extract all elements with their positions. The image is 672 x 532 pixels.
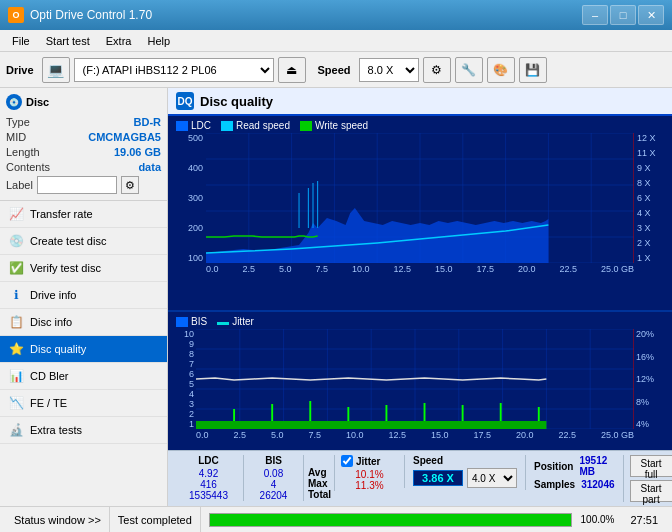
start-part-button[interactable]: Start part	[630, 480, 672, 502]
sidebar-label-fe-te: FE / TE	[30, 397, 67, 409]
read-speed-legend-color	[221, 121, 233, 131]
legend-bis-label: BIS	[191, 316, 207, 327]
progress-container: 100.0%	[201, 513, 623, 527]
lower-chart-container: BIS Jitter 10 9 8 7 6 5 4 3 2	[168, 310, 672, 450]
close-button[interactable]: ✕	[638, 5, 664, 25]
sidebar-label-verify-test-disc: Verify test disc	[30, 262, 101, 274]
legend-ldc-label: LDC	[191, 120, 211, 131]
sidebar: 💿 Disc Type BD-R MID CMCMAGBA5 Length 19…	[0, 88, 168, 506]
disc-contents-row: Contents data	[6, 161, 161, 173]
drive-select[interactable]: (F:) ATAPI iHBS112 2 PL06	[74, 58, 274, 82]
y-label-500: 500	[188, 133, 203, 143]
stats-avg-label: Avg	[308, 467, 330, 478]
disc-length-row: Length 19.06 GB	[6, 146, 161, 158]
menu-start-test[interactable]: Start test	[38, 33, 98, 49]
sidebar-item-transfer-rate[interactable]: 📈 Transfer rate	[0, 201, 167, 228]
yr-8x: 8 X	[637, 178, 651, 188]
speed-display: 3.86 X	[413, 470, 463, 486]
jitter-legend-color	[217, 322, 229, 325]
disc-label-row: Label ⚙	[6, 176, 161, 194]
minimize-button[interactable]: –	[582, 5, 608, 25]
sidebar-label-disc-quality: Disc quality	[30, 343, 86, 355]
sidebar-item-drive-info[interactable]: ℹ Drive info	[0, 282, 167, 309]
y-label-400: 400	[188, 163, 203, 173]
stats-speed-row: 3.86 X 4.0 X	[413, 468, 517, 488]
menu-bar: File Start test Extra Help	[0, 30, 672, 52]
main-area: 💿 Disc Type BD-R MID CMCMAGBA5 Length 19…	[0, 88, 672, 506]
maximize-button[interactable]: □	[610, 5, 636, 25]
legend-write-speed-label: Write speed	[315, 120, 368, 131]
legend-write-speed: Write speed	[300, 120, 368, 131]
eject-button[interactable]: ⏏	[278, 57, 306, 83]
disc-type-label: Type	[6, 116, 30, 128]
stats-buttons-section: Start full Start part	[623, 455, 672, 502]
sidebar-item-disc-quality[interactable]: ⭐ Disc quality	[0, 336, 167, 363]
disc-panel-header: 💿 Disc	[6, 94, 161, 110]
status-window-button[interactable]: Status window >>	[6, 507, 110, 532]
yr-1x: 1 X	[637, 253, 651, 263]
sidebar-item-fe-te[interactable]: 📉 FE / TE	[0, 390, 167, 417]
stats-ldc-max: 416	[180, 479, 237, 490]
stats-jitter-col: Jitter 10.1% 11.3%	[334, 455, 404, 491]
sidebar-item-extra-tests[interactable]: 🔬 Extra tests	[0, 417, 167, 444]
sidebar-item-disc-info[interactable]: 📋 Disc info	[0, 309, 167, 336]
stats-total-label: Total	[308, 489, 330, 500]
y-label-100: 100	[188, 253, 203, 263]
disc-mid-row: MID CMCMAGBA5	[6, 131, 161, 143]
settings-btn2[interactable]: 🔧	[455, 57, 483, 83]
stats-bis-total: 26204	[250, 490, 297, 501]
bis-legend-color	[176, 317, 188, 327]
stats-position-section: Position 19512 MB Samples 312046	[525, 455, 623, 490]
stats-bis-col: BIS 0.08 4 26204	[244, 455, 304, 501]
legend-ldc: LDC	[176, 120, 211, 131]
yr-11x: 11 X	[637, 148, 656, 158]
stats-ldc-col: LDC 4.92 416 1535443	[174, 455, 244, 501]
sidebar-item-cd-bler[interactable]: 📊 CD Bler	[0, 363, 167, 390]
menu-extra[interactable]: Extra	[98, 33, 140, 49]
upper-chart-svg	[206, 133, 634, 263]
disc-label-input[interactable]	[37, 176, 117, 194]
disc-quality-icon: ⭐	[8, 341, 24, 357]
settings-btn1[interactable]: ⚙	[423, 57, 451, 83]
stats-bis-header: BIS	[250, 455, 297, 466]
drive-info-icon: ℹ	[8, 287, 24, 303]
drive-icon-btn[interactable]: 💻	[42, 57, 70, 83]
window-controls: – □ ✕	[582, 5, 664, 25]
test-completed-section: Test completed	[110, 507, 201, 532]
lower-y-labels-left: 10 9 8 7 6 5 4 3 2 1	[176, 329, 196, 429]
lower-chart-svg	[196, 329, 634, 429]
fe-te-icon: 📉	[8, 395, 24, 411]
disc-type-row: Type BD-R	[6, 116, 161, 128]
extra-tests-icon: 🔬	[8, 422, 24, 438]
upper-x-labels: 0.0 2.5 5.0 7.5 10.0 12.5 15.0 17.5 20.0…	[206, 264, 634, 274]
start-full-button[interactable]: Start full	[630, 455, 672, 477]
save-btn[interactable]: 💾	[519, 57, 547, 83]
sidebar-item-verify-test-disc[interactable]: ✅ Verify test disc	[0, 255, 167, 282]
yr-9x: 9 X	[637, 163, 651, 173]
stats-jitter-header: Jitter	[356, 456, 380, 467]
speed-dropdown[interactable]: 4.0 X	[467, 468, 517, 488]
menu-file[interactable]: File	[4, 33, 38, 49]
settings-btn3[interactable]: 🎨	[487, 57, 515, 83]
yr-4x: 4 X	[637, 208, 651, 218]
upper-chart-legend: LDC Read speed Write speed	[176, 120, 664, 131]
disc-length-value: 19.06 GB	[114, 146, 161, 158]
lower-y-labels-right: 20% 16% 12% 8% 4%	[634, 329, 664, 429]
menu-help[interactable]: Help	[139, 33, 178, 49]
yr-12x: 12 X	[637, 133, 656, 143]
disc-quality-header-icon: DQ	[176, 92, 194, 110]
upper-y-labels-right: 12 X 11 X 9 X 8 X 6 X 4 X 3 X 2 X 1 X	[634, 133, 664, 263]
disc-label-icon-btn[interactable]: ⚙	[121, 176, 139, 194]
stats-ldc-avg: 4.92	[180, 468, 237, 479]
disc-info-icon: 📋	[8, 314, 24, 330]
lower-chart-area: 10 9 8 7 6 5 4 3 2 1	[176, 329, 664, 429]
svg-rect-37	[196, 421, 546, 429]
yr-3x: 3 X	[637, 223, 651, 233]
disc-contents-value: data	[138, 161, 161, 173]
stats-samples-label: Samples	[534, 479, 575, 490]
disc-info-panel: 💿 Disc Type BD-R MID CMCMAGBA5 Length 19…	[0, 88, 167, 201]
yr-2x: 2 X	[637, 238, 651, 248]
sidebar-item-create-test-disc[interactable]: 💿 Create test disc	[0, 228, 167, 255]
speed-select[interactable]: 8.0 X	[359, 58, 419, 82]
jitter-checkbox[interactable]	[341, 455, 353, 467]
